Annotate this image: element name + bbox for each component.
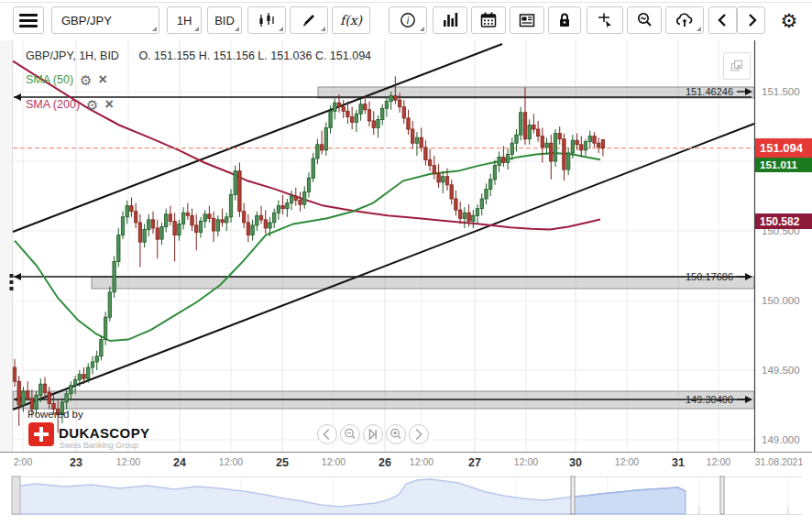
step-back-button[interactable]	[317, 424, 337, 444]
candle-body	[472, 215, 475, 221]
candle-body	[510, 143, 513, 154]
x-axis-label: 31	[672, 456, 685, 469]
left-gutter	[0, 40, 12, 452]
indicator-settings-icon[interactable]: ⚙	[86, 98, 98, 112]
candle-body	[65, 394, 68, 402]
candle-body	[221, 220, 224, 223]
candle-body	[203, 214, 206, 222]
candle-body	[558, 134, 561, 139]
x-axis-label: 23	[70, 456, 82, 469]
candle-body	[385, 102, 388, 109]
candle-body	[351, 116, 354, 122]
candle-body	[563, 139, 565, 170]
candle-body	[316, 145, 319, 159]
candle-body	[165, 214, 168, 227]
navigator-left-scroll-handle[interactable]	[12, 476, 20, 514]
candle-body	[87, 367, 90, 378]
price-badge-label: 150.582	[760, 215, 800, 228]
trend-channel-line[interactable]	[13, 124, 754, 410]
candle-body	[277, 206, 280, 213]
level-drag-handle-icon[interactable]	[10, 274, 14, 278]
candle-body	[178, 224, 181, 235]
zoom-out-icon	[341, 424, 359, 444]
candle-body	[329, 111, 332, 127]
candle-body	[212, 218, 214, 231]
candle-body	[199, 221, 202, 232]
candle-body	[476, 209, 478, 216]
candle-body	[528, 126, 531, 139]
candle-body	[485, 189, 488, 199]
candle-body	[437, 174, 440, 182]
candle-body	[372, 121, 375, 128]
x-axis-label: 30	[569, 456, 582, 469]
candle-body	[506, 154, 509, 162]
candle-body	[95, 356, 98, 362]
candle-body	[337, 103, 340, 107]
candle-body	[334, 103, 336, 111]
candle-body	[117, 235, 120, 262]
x-axis-label: 2:00	[14, 456, 33, 467]
zoom-in-icon	[387, 424, 405, 444]
level-label: 149.30400	[686, 394, 733, 405]
indicator-label-sma200: SMA (200)	[26, 98, 80, 111]
price-level-zone[interactable]	[92, 277, 754, 289]
candle-body	[567, 153, 570, 170]
step-forward-icon	[410, 424, 428, 444]
candle-body	[571, 140, 574, 153]
indicator-remove-icon[interactable]: ×	[99, 72, 107, 87]
indicator-remove-icon[interactable]: ×	[105, 97, 114, 112]
candle-body	[502, 157, 505, 162]
skip-to-end-button[interactable]	[363, 424, 383, 444]
level-drag-handle-icon[interactable]	[10, 287, 14, 290]
candle-body	[580, 145, 583, 150]
candle-body	[104, 317, 106, 339]
candle-body	[550, 143, 553, 161]
candle-body	[515, 135, 518, 143]
candle-body	[234, 171, 236, 195]
candle-body	[135, 212, 137, 223]
price-badge-label: 151.094	[760, 141, 804, 155]
candle-body	[43, 384, 46, 392]
candle-body	[346, 111, 349, 116]
candle-body	[70, 386, 72, 394]
navigator-handle[interactable]	[720, 476, 724, 514]
candle-body	[78, 375, 81, 380]
candle-body	[455, 199, 457, 210]
candle-body	[601, 139, 604, 148]
candle-body	[480, 199, 483, 209]
candle-body	[390, 96, 392, 102]
candle-body	[243, 212, 246, 223]
y-axis-tick: 151.500	[762, 86, 800, 97]
level-left-arrow-icon	[14, 93, 21, 101]
candle-body	[264, 220, 267, 228]
candle-body	[598, 143, 600, 148]
candle-body	[82, 375, 85, 379]
step-forward-button[interactable]	[409, 424, 429, 444]
candle-body	[281, 206, 284, 209]
candle-body	[290, 196, 292, 203]
candle-body	[30, 398, 33, 409]
candle-body	[303, 191, 306, 204]
candle-body	[536, 129, 539, 137]
candle-body	[229, 195, 232, 217]
candle-body	[445, 177, 448, 185]
candle-body	[463, 213, 466, 218]
candle-body	[588, 137, 591, 142]
zoom-out-button[interactable]	[340, 424, 360, 444]
candle-body	[359, 104, 362, 115]
candle-body	[195, 225, 198, 233]
indicator-settings-icon[interactable]: ⚙	[80, 73, 92, 87]
candle-body	[467, 213, 470, 221]
x-axis-label: 12:00	[322, 456, 346, 467]
level-drag-handle-icon[interactable]	[10, 280, 14, 284]
popout-chart-button[interactable]	[723, 52, 751, 80]
indicator-row-sma50: SMA (50) ⚙ ×	[26, 72, 107, 87]
candle-body	[411, 129, 414, 143]
candle-body	[307, 178, 310, 191]
candle-body	[121, 217, 124, 235]
chart-header: GBP/JPY, 1H, BID O. 151.155 H. 151.156 L…	[26, 49, 371, 62]
candle-body	[545, 143, 548, 148]
zoom-in-button[interactable]	[386, 424, 406, 444]
navigator-handle[interactable]	[571, 476, 575, 514]
y-axis-tick: 149.500	[762, 365, 800, 376]
